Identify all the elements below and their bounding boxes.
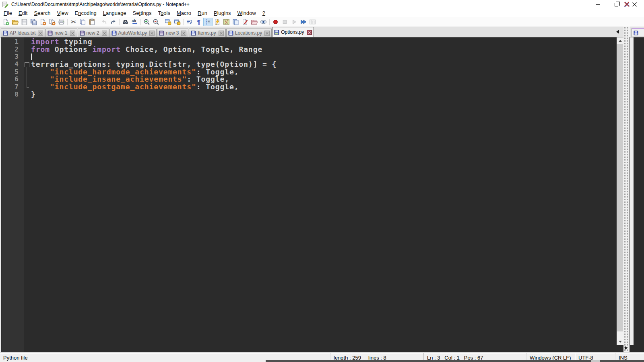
scrollbar-down-icon[interactable] — [617, 338, 623, 345]
function-list-button[interactable] — [213, 18, 222, 26]
menu-language[interactable]: Language — [100, 9, 130, 17]
tab-close-icon[interactable] — [264, 31, 270, 36]
zoom-out-button[interactable] — [151, 18, 161, 26]
file-monitoring-icon — [260, 19, 267, 25]
find-button[interactable] — [121, 18, 130, 26]
save-all-button[interactable] — [29, 18, 38, 26]
restore-button[interactable] — [607, 0, 625, 9]
tab-new-3[interactable]: new 3 — [157, 29, 188, 37]
secondary-scrollbar[interactable] — [630, 37, 634, 345]
tab-close-icon[interactable] — [38, 31, 43, 36]
tab-items-py[interactable]: Items.py — [189, 29, 225, 37]
zoom-in-button[interactable] — [142, 18, 151, 26]
save-all-icon — [30, 19, 37, 25]
menu-run[interactable]: Run — [194, 9, 211, 17]
menu-settings[interactable]: Settings — [130, 9, 155, 17]
print-button[interactable] — [57, 18, 66, 26]
close-file-button[interactable] — [38, 18, 47, 26]
save-file-button — [20, 18, 29, 26]
fold-margin — [23, 53, 31, 61]
unsaved-file-icon — [159, 31, 164, 36]
menu-window[interactable]: Window — [234, 9, 259, 17]
tab-close-icon[interactable] — [102, 31, 107, 36]
replace-button[interactable]: ab — [130, 18, 139, 26]
document-switcher-button[interactable] — [231, 18, 240, 26]
close-all-icon — [49, 19, 56, 25]
view-splitter[interactable] — [623, 27, 629, 352]
code-line[interactable]: 2from Options import Choice, Option, Tog… — [1, 46, 623, 53]
replace-icon: ab — [131, 19, 138, 25]
line-number: 8 — [1, 91, 23, 99]
toolbar: ✂ab¶ — [0, 17, 644, 27]
open-file-button[interactable] — [10, 18, 20, 26]
code-editor[interactable]: 1import typing2from Options import Choic… — [0, 37, 623, 352]
word-wrap-button[interactable] — [185, 18, 194, 26]
fold-margin — [23, 83, 31, 91]
tab-options-py[interactable]: Options.py — [272, 27, 314, 37]
menu-plugins[interactable]: Plugins — [211, 9, 234, 17]
copy-icon — [79, 19, 86, 25]
tab-ap-ideas-txt[interactable]: AP Ideas.txt — [1, 29, 45, 37]
tab-label: Options.py — [281, 29, 304, 35]
document-map-button[interactable] — [222, 18, 231, 26]
tab-close-icon[interactable] — [70, 31, 75, 36]
redo-button[interactable] — [109, 18, 118, 26]
tab-close-icon[interactable] — [181, 31, 186, 36]
cut-button[interactable]: ✂ — [69, 18, 78, 26]
minimize-button[interactable] — [588, 0, 607, 9]
splitter-collapse-icon[interactable] — [625, 346, 627, 350]
secondary-editor[interactable] — [629, 37, 644, 352]
sync-horizontal-scroll-button[interactable] — [173, 18, 182, 26]
tab-scroll-left-icon[interactable] — [616, 30, 619, 34]
macro-play-icon — [291, 19, 297, 25]
paste-button[interactable] — [87, 18, 97, 26]
menu-help[interactable]: ? — [259, 9, 268, 17]
copy-button[interactable] — [78, 18, 87, 26]
toolbar-separator — [98, 19, 98, 25]
menu-view[interactable]: View — [54, 9, 72, 17]
menu-file[interactable]: File — [0, 9, 15, 17]
tab-new-1[interactable]: new 1 — [45, 29, 77, 37]
tab-label: Items.py — [198, 30, 216, 36]
tab-label: new 3 — [166, 30, 179, 36]
tab-autoworld-py[interactable]: AutoWorld.py — [109, 29, 157, 37]
menu-search[interactable]: Search — [31, 9, 54, 17]
document-close-icon[interactable] — [624, 1, 630, 7]
function-signature-button[interactable] — [240, 18, 250, 26]
tab-new-2[interactable]: new 2 — [78, 29, 109, 37]
folder-as-workspace-button[interactable] — [250, 18, 259, 26]
tab-close-icon[interactable] — [149, 31, 155, 36]
undo-icon — [101, 19, 107, 25]
show-all-characters-button[interactable]: ¶ — [194, 18, 203, 26]
menu-encoding[interactable]: Encoding — [72, 9, 100, 17]
macro-run-multiple-icon — [300, 19, 307, 25]
indent-guide-button[interactable] — [203, 18, 213, 26]
macro-record-icon — [272, 19, 279, 25]
file-monitoring-button[interactable] — [259, 18, 268, 26]
minimize-icon — [596, 4, 600, 5]
zoom-out-icon — [153, 19, 159, 25]
saved-file-icon — [111, 31, 117, 36]
secondary-partial-tab[interactable] — [632, 28, 644, 37]
close-all-button[interactable] — [47, 18, 57, 26]
saved-file-icon — [191, 31, 196, 36]
tab-close-icon[interactable] — [219, 31, 224, 36]
tab-close-icon[interactable] — [307, 30, 312, 35]
toolbar-separator — [140, 19, 141, 25]
new-file-icon — [2, 19, 9, 25]
menu-tools[interactable]: Tools — [155, 9, 173, 17]
new-file-button[interactable] — [1, 18, 10, 26]
word-wrap-icon — [186, 19, 193, 25]
macro-run-multiple-button[interactable] — [299, 18, 308, 26]
macro-record-button[interactable] — [271, 18, 280, 26]
menu-edit[interactable]: Edit — [15, 9, 31, 17]
fold-collapse-icon[interactable] — [23, 61, 31, 68]
code-line[interactable]: 8} — [1, 91, 623, 99]
macro-stop-icon — [281, 19, 288, 25]
text-caret — [31, 53, 32, 60]
sync-vertical-scroll-button[interactable] — [163, 18, 173, 26]
menu-macro[interactable]: Macro — [173, 9, 194, 17]
folder-as-workspace-icon — [251, 19, 258, 25]
tab-locations-py[interactable]: Locations.py — [226, 29, 272, 37]
code-line[interactable]: 7 "include_postgame_achievements": Toggl… — [1, 83, 623, 91]
